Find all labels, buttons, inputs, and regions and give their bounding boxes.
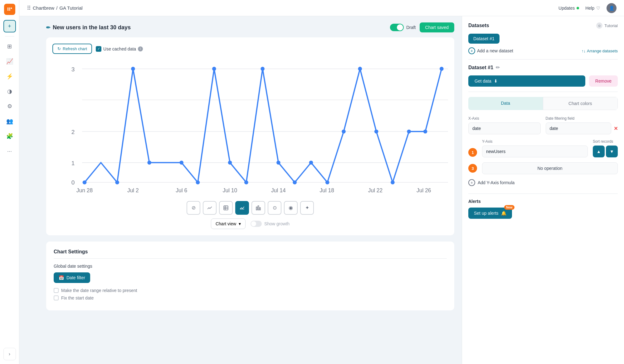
chart-toolbar: ↻ Refresh chart ✓ Use cached data i: [52, 44, 448, 54]
section-divider-1: [468, 59, 618, 60]
get-data-label: Get data: [475, 79, 491, 84]
svg-point-25: [244, 180, 248, 184]
svg-text:Jul 26: Jul 26: [417, 187, 431, 194]
chart-view-select[interactable]: Chart view ▾: [211, 218, 246, 229]
cached-label: Use cached data: [103, 46, 136, 51]
add-dataset-row: + Add a new dataset ↑↓ Arrange datasets: [468, 47, 618, 54]
chart-type-pie[interactable]: ⊙: [268, 201, 281, 215]
add-dataset-link[interactable]: + Add a new dataset: [468, 47, 513, 54]
draft-toggle[interactable]: Draft: [390, 24, 416, 31]
help-link[interactable]: Help ♡: [585, 6, 600, 11]
nav-dashboard-icon[interactable]: ⊞: [3, 40, 16, 53]
add-chart-button[interactable]: +: [3, 20, 16, 32]
svg-point-30: [325, 180, 329, 184]
info-icon[interactable]: i: [138, 46, 143, 51]
chart-type-radar[interactable]: ◉: [284, 201, 298, 215]
nav-plugins-icon[interactable]: 🧩: [3, 130, 16, 142]
add-formula-row[interactable]: + Add Y-Axis formula: [468, 179, 618, 186]
show-growth-label: Show growth: [264, 221, 290, 226]
svg-text:Jul 14: Jul 14: [271, 187, 286, 194]
sort-down-button[interactable]: ▼: [606, 146, 618, 157]
help-icon: ♡: [596, 6, 600, 11]
refresh-icon: ↻: [57, 46, 61, 51]
no-operation-button[interactable]: No operation: [482, 162, 618, 174]
chart-svg-container: 3 2 1 0 Jun 28 Jul 2 Jul 6 Jul 10 Jul 14…: [52, 59, 448, 197]
dataset-tab-1[interactable]: Dataset #1: [468, 34, 500, 44]
yaxis-input[interactable]: [482, 146, 588, 157]
chart-saved-button[interactable]: Chart saved: [420, 22, 454, 32]
refresh-chart-button[interactable]: ↻ Refresh chart: [52, 44, 92, 54]
chart-type-table[interactable]: [219, 201, 233, 215]
arrange-icon: ↑↓: [582, 49, 586, 53]
nav-team-icon[interactable]: 👥: [3, 115, 16, 127]
action-row: Get data ⬇ Remove: [468, 75, 618, 87]
chart-type-polar[interactable]: ✦: [300, 201, 314, 215]
chart-type-area[interactable]: [235, 201, 249, 215]
setup-alerts-button[interactable]: Set up alerts 🔔 New: [468, 208, 512, 219]
svg-point-33: [374, 130, 378, 134]
date-clear-icon[interactable]: ✕: [614, 126, 618, 132]
chart-settings-title: Chart Settings: [54, 249, 447, 259]
fix-start-checkbox[interactable]: [54, 295, 59, 300]
bell-icon: 🔔: [501, 211, 506, 216]
svg-point-36: [423, 130, 427, 134]
section-divider-3: [468, 194, 618, 194]
nav-reports-icon[interactable]: ◑: [3, 85, 16, 98]
header-right: Updates Help ♡ 👤: [558, 3, 617, 13]
app-logo[interactable]: [4, 4, 15, 15]
yaxis-badge-1: 1: [468, 148, 477, 157]
svg-rect-45: [260, 208, 261, 210]
cache-checkbox[interactable]: ✓: [96, 46, 101, 52]
date-filter-input[interactable]: [546, 122, 612, 134]
svg-text:Jul 2: Jul 2: [127, 187, 139, 194]
tutorial-badge: ⊙ Tutorial: [596, 22, 618, 29]
sort-up-button[interactable]: ▲: [593, 146, 605, 157]
draft-switch[interactable]: [390, 24, 404, 31]
xaxis-input[interactable]: [468, 122, 541, 134]
nav-collapse-button[interactable]: ›: [3, 348, 16, 360]
global-date-label: Global date settings: [54, 264, 447, 269]
main-area: ✏ New users in the last 30 days Draft Ch…: [39, 16, 624, 364]
yaxis-outer-row: 1 Y-Axis Sort records ▲ ▼: [468, 139, 618, 157]
nav-analytics-icon[interactable]: 📈: [3, 55, 16, 68]
updates-indicator[interactable]: Updates: [558, 6, 579, 11]
nav-connections-icon[interactable]: ⚡: [3, 70, 16, 83]
new-badge: New: [504, 205, 514, 210]
arrange-label: Arrange datasets: [587, 49, 618, 53]
sort-records-label: Sort records: [593, 139, 618, 144]
updates-dot: [577, 7, 579, 9]
svg-point-34: [391, 180, 395, 184]
chart-type-line[interactable]: [203, 201, 217, 215]
get-data-button[interactable]: Get data ⬇: [468, 75, 585, 87]
svg-rect-38: [224, 206, 228, 210]
tab-chart-colors[interactable]: Chart colors: [543, 97, 618, 110]
nav-more-icon[interactable]: ···: [3, 145, 16, 157]
date-filter-button[interactable]: 📅 Date filter: [54, 272, 90, 283]
date-filter-group: Date filtering field ✕: [546, 116, 618, 134]
chart-type-none[interactable]: ⊘: [187, 201, 200, 215]
nav-settings-icon[interactable]: ⚙: [3, 100, 16, 113]
show-growth-toggle[interactable]: [251, 221, 262, 227]
svg-text:Jul 18: Jul 18: [319, 187, 334, 194]
svg-text:1: 1: [71, 160, 75, 166]
remove-button[interactable]: Remove: [589, 75, 618, 87]
pencil-icon: ✏: [46, 25, 50, 31]
chart-settings: Chart Settings Global date settings 📅 Da…: [46, 242, 454, 310]
edit-icon[interactable]: ✏: [496, 65, 500, 70]
tab-data[interactable]: Data: [468, 97, 543, 110]
relative-date-checkbox[interactable]: [54, 288, 59, 293]
svg-point-21: [179, 161, 183, 165]
user-avatar[interactable]: 👤: [607, 3, 617, 13]
chart-title-text: New users in the last 30 days: [53, 24, 131, 31]
svg-point-20: [147, 161, 151, 165]
arrange-datasets-link[interactable]: ↑↓ Arrange datasets: [582, 49, 618, 53]
relative-date-row: Make the date range relative to present: [54, 288, 447, 293]
svg-point-17: [83, 180, 87, 184]
svg-point-32: [358, 67, 362, 71]
svg-point-35: [407, 130, 411, 134]
svg-point-31: [342, 130, 346, 134]
right-panel: Datasets ⊙ Tutorial Dataset #1 + Add a n…: [462, 16, 624, 364]
svg-point-22: [196, 180, 200, 184]
svg-text:Jul 6: Jul 6: [176, 187, 187, 194]
chart-type-bar[interactable]: [251, 201, 265, 215]
